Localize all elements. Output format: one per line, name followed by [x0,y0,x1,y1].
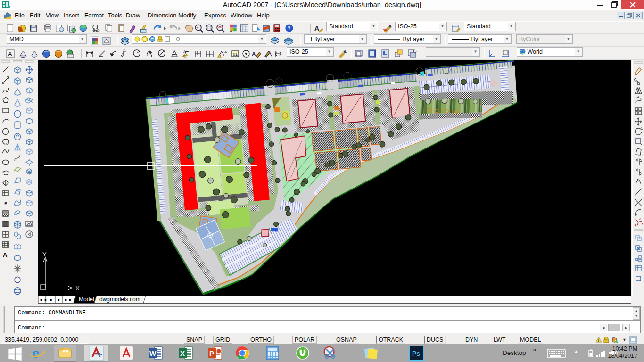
svg-text:e: e [32,346,40,361]
svg-text:!: ! [598,338,599,343]
svg-text:A: A [252,51,256,58]
svg-text:01: 01 [233,52,238,57]
svg-text:A: A [224,50,227,54]
svg-text:W: W [149,349,157,357]
svg-text:Ps: Ps [412,350,420,357]
svg-text:01: 01 [16,278,20,282]
svg-text:?: ? [288,25,291,31]
svg-text:A: A [314,25,319,32]
svg-text:±: ± [197,25,199,30]
svg-text:X: X [180,349,185,357]
svg-text:Y: Y [42,251,47,258]
svg-text:P: P [209,349,214,357]
svg-text:A: A [8,50,12,58]
svg-text:A: A [230,29,232,33]
svg-text:A: A [3,251,8,258]
svg-text:X: X [75,285,80,292]
